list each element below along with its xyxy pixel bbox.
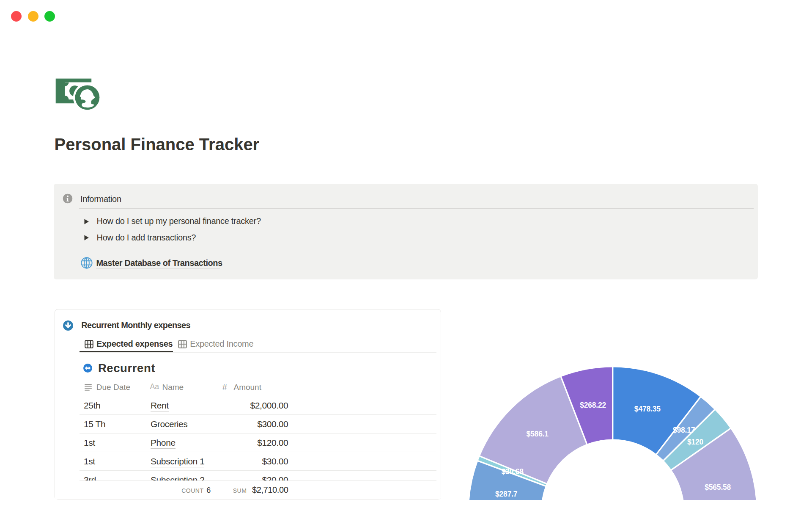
svg-text:$30.68: $30.68 <box>501 467 524 476</box>
svg-text:$565.58: $565.58 <box>705 483 731 491</box>
svg-text:$478.35: $478.35 <box>634 405 661 413</box>
svg-text:$98.17: $98.17 <box>673 426 695 434</box>
svg-text:$268.22: $268.22 <box>580 401 606 409</box>
svg-text:$586.1: $586.1 <box>527 430 549 438</box>
svg-text:$120: $120 <box>687 438 704 446</box>
svg-text:$287.7: $287.7 <box>495 490 517 498</box>
